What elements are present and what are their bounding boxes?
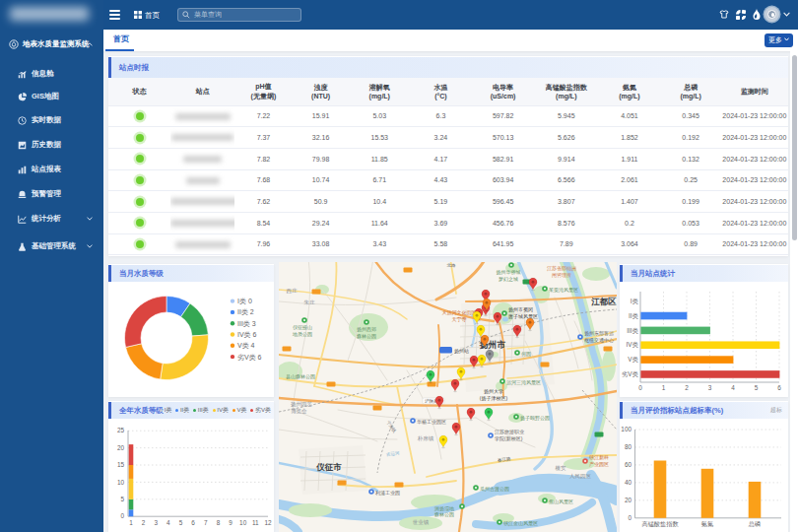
- svg-text:博览会: 博览会: [291, 408, 307, 415]
- svg-text:氨氮: 氨氮: [701, 520, 713, 527]
- svg-text:朴席镇: 朴席镇: [417, 435, 434, 441]
- svg-text:世业镇: 世业镇: [413, 519, 430, 525]
- svg-text:3: 3: [708, 384, 712, 391]
- svg-text:地质公园: 地质公园: [292, 331, 312, 338]
- svg-text:5: 5: [755, 384, 759, 391]
- svg-text:100: 100: [621, 426, 632, 432]
- svg-text:唐子城风景区: 唐子城风景区: [508, 313, 538, 320]
- svg-text:扬子颐野公园: 扬子颐野公园: [520, 415, 550, 422]
- svg-text:天宁寺: 天宁寺: [452, 316, 467, 322]
- svg-text:3: 3: [154, 519, 158, 526]
- svg-text:朱庄: 朱庄: [304, 299, 316, 305]
- svg-text:2: 2: [142, 519, 146, 526]
- svg-text:III类 3: III类 3: [237, 320, 256, 327]
- svg-text:大运河文化街区: 大运河文化街区: [442, 309, 477, 316]
- svg-text:西庄: 西庄: [287, 288, 299, 295]
- svg-text:春江路: 春江路: [498, 456, 512, 463]
- svg-text:2: 2: [685, 384, 689, 391]
- svg-text:4: 4: [731, 384, 735, 391]
- svg-text:扬州园艺: 扬州园艺: [291, 401, 313, 408]
- svg-text:焦山风景区: 焦山风景区: [549, 499, 573, 504]
- svg-text:4: 4: [166, 519, 170, 526]
- svg-text:80: 80: [625, 443, 632, 450]
- svg-text:劣V类 6: 劣V类 6: [237, 354, 262, 362]
- svg-text:II类: II类: [629, 312, 639, 319]
- svg-text:11: 11: [252, 519, 259, 526]
- svg-text:IV类 6: IV类 6: [237, 331, 257, 338]
- svg-text:5: 5: [120, 496, 124, 502]
- svg-text:25: 25: [117, 427, 125, 433]
- svg-text:(扬子津校区): (扬子津校区): [480, 395, 508, 402]
- svg-text:何园: 何园: [521, 351, 531, 358]
- svg-text:江都区: 江都区: [590, 297, 617, 306]
- svg-text:5: 5: [179, 519, 183, 526]
- svg-text:0: 0: [638, 384, 642, 391]
- svg-text:10: 10: [117, 479, 125, 486]
- svg-text:III类: III类: [627, 327, 638, 334]
- svg-text:劣V类: 劣V类: [622, 370, 639, 378]
- svg-text:12: 12: [264, 519, 272, 526]
- svg-text:县山森林公园: 县山森林公园: [286, 373, 315, 380]
- svg-text:宁海线: 宁海线: [385, 420, 397, 433]
- svg-text:扬州站: 扬州站: [454, 348, 469, 355]
- svg-text:1: 1: [129, 519, 133, 526]
- svg-text:V类: V类: [628, 356, 638, 363]
- svg-text:6: 6: [191, 519, 195, 526]
- svg-text:总磷: 总磷: [748, 520, 761, 527]
- svg-text:学院(新校区): 学院(新校区): [495, 435, 523, 442]
- svg-text:森林公园: 森林公园: [357, 333, 376, 340]
- svg-text:0: 0: [628, 514, 632, 521]
- svg-text:横安: 横安: [556, 465, 567, 471]
- svg-text:I类: I类: [631, 298, 639, 304]
- svg-text:8: 8: [217, 519, 221, 526]
- svg-text:10: 10: [239, 519, 247, 526]
- svg-text:枢纽交通中心: 枢纽交通中心: [584, 337, 614, 343]
- svg-text:利浦工业园: 利浦工业园: [375, 490, 400, 497]
- svg-text:瓜州古渡公园: 瓜州古渡公园: [480, 486, 509, 493]
- svg-text:V类 4: V类 4: [237, 342, 255, 349]
- svg-text:北路: 北路: [447, 263, 457, 268]
- svg-text:7: 7: [204, 519, 208, 526]
- svg-text:I类 0: I类 0: [237, 298, 252, 304]
- svg-text:0: 0: [120, 512, 124, 519]
- svg-text:IV类: IV类: [627, 341, 639, 348]
- svg-text:镇江金山风景区: 镇江金山风景区: [503, 520, 538, 527]
- svg-text:60: 60: [625, 461, 632, 468]
- svg-text:9: 9: [229, 519, 233, 526]
- svg-text:20: 20: [625, 497, 632, 503]
- svg-text:茱萸湾风景区: 茱萸湾风景区: [549, 287, 578, 294]
- svg-text:高锰酸盐指数: 高锰酸盐指数: [641, 520, 678, 528]
- svg-text:II类 2: II类 2: [237, 308, 254, 315]
- svg-text:15: 15: [117, 461, 125, 468]
- svg-text:仪征市: 仪征市: [315, 462, 342, 472]
- svg-text:吉运河: 吉运河: [386, 450, 401, 457]
- svg-text:20: 20: [117, 444, 125, 451]
- svg-text:40: 40: [625, 479, 632, 486]
- svg-text:华椿工业园区: 华椿工业园区: [417, 419, 446, 426]
- svg-text:产业园区: 产业园区: [589, 461, 609, 468]
- svg-text:森林公园: 森林公园: [434, 511, 454, 518]
- svg-text:梦幻之城: 梦幻之城: [499, 276, 518, 283]
- svg-text:运河三湾风景区: 运河三湾风景区: [506, 379, 541, 386]
- svg-text:闸管理所: 闸管理所: [552, 272, 571, 279]
- svg-text:1: 1: [662, 384, 666, 391]
- svg-text:人民园区: 人民园区: [569, 473, 592, 480]
- svg-text:6: 6: [777, 384, 781, 391]
